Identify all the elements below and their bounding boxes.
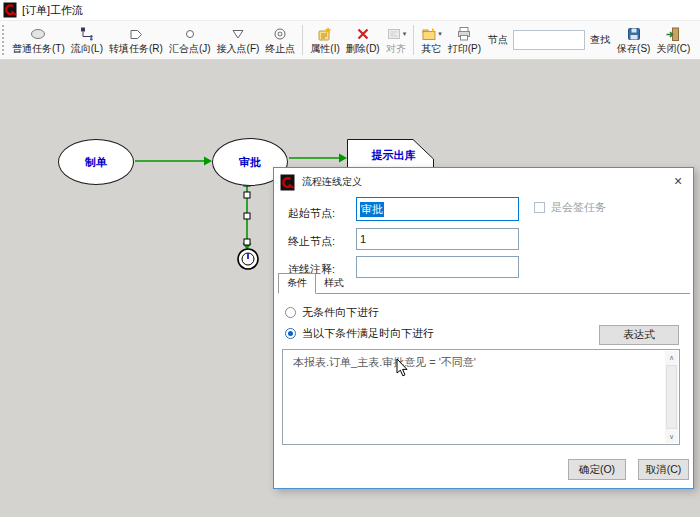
toolbar-button-label: 打印(P) bbox=[448, 43, 481, 54]
chevron-down-icon: ▾ bbox=[403, 30, 407, 38]
toolbar-button-label: 对齐 bbox=[386, 43, 406, 54]
radio-label: 当以下条件满足时向下进行 bbox=[302, 326, 434, 341]
tab-condition[interactable]: 条件 bbox=[278, 273, 316, 294]
selected-text: 审批 bbox=[360, 202, 384, 217]
toolbar-button-align: ▾ 对齐 bbox=[384, 25, 409, 55]
tab-style[interactable]: 样式 bbox=[316, 274, 352, 293]
scroll-down-icon[interactable]: ∨ bbox=[665, 430, 678, 443]
printer-icon bbox=[456, 26, 472, 42]
condition-textarea[interactable]: 本报表.订单_主表.审批意见 = '不同意' ∧ ∨ bbox=[282, 349, 680, 445]
toolbar-button-join-point[interactable]: 汇合点(J) bbox=[167, 25, 213, 55]
window-title: [订单]工作流 bbox=[22, 3, 83, 18]
expression-button[interactable]: 表达式 bbox=[599, 325, 679, 345]
radio-unconditional[interactable]: 无条件向下进行 bbox=[285, 305, 379, 320]
ok-button[interactable]: 确定(O) bbox=[568, 459, 626, 480]
window-titlebar: [订单]工作流 bbox=[0, 0, 700, 20]
radio-conditional[interactable]: 当以下条件满足时向下进行 bbox=[285, 326, 434, 341]
toolbar-button-label: 保存(S) bbox=[617, 43, 650, 54]
toolbar-button-label: 其它 bbox=[421, 43, 441, 54]
flow-connector-dialog: 流程连线定义 × 起始节点: 审批 是会签任务 终止节点: 1 连线注释: 条件… bbox=[273, 167, 694, 489]
toolbar-separator bbox=[302, 25, 303, 55]
comment-input[interactable] bbox=[356, 256, 519, 278]
connector-approve-to-outbound[interactable] bbox=[289, 154, 347, 163]
condition-expression: 本报表.订单_主表.审批意见 = '不同意' bbox=[293, 356, 476, 368]
small-circle-icon bbox=[182, 26, 198, 42]
toolbar-button-transfer-task[interactable]: 转填任务(R) bbox=[107, 25, 165, 55]
toolbar-button-label: 接入点(F) bbox=[217, 43, 260, 54]
dialog-title: 流程连线定义 bbox=[302, 175, 662, 189]
toolbar-separator bbox=[413, 25, 414, 55]
delete-x-icon bbox=[355, 26, 371, 42]
end-node-label: 终止节点: bbox=[288, 234, 335, 249]
countersign-checkbox bbox=[534, 202, 545, 213]
exit-door-icon bbox=[665, 26, 681, 42]
end-node-input[interactable]: 1 bbox=[356, 228, 519, 250]
toolbar-button-other[interactable]: ▾ 其它 bbox=[419, 25, 444, 55]
selection-handle[interactable] bbox=[244, 213, 250, 219]
connector-make-to-approve[interactable] bbox=[135, 157, 212, 166]
target-icon bbox=[272, 26, 288, 42]
mouse-cursor bbox=[396, 358, 410, 378]
cancel-button[interactable]: 取消(C) bbox=[638, 459, 689, 480]
node-make-order[interactable]: 制单 bbox=[58, 139, 134, 185]
node-field-label: 节点 bbox=[485, 33, 511, 47]
toolbar-button-label: 普通任务(T) bbox=[12, 43, 65, 54]
connector-approve-to-end[interactable] bbox=[243, 180, 252, 250]
toolbar-button-delete[interactable]: 删除(D) bbox=[344, 25, 382, 55]
pentagon-task-icon bbox=[128, 26, 144, 42]
scroll-up-icon[interactable]: ∧ bbox=[665, 351, 678, 364]
toolbar-button-end-point[interactable]: 终止点 bbox=[263, 25, 297, 55]
triangle-down-icon bbox=[230, 26, 246, 42]
radio-label: 无条件向下进行 bbox=[302, 305, 379, 320]
countersign-label: 是会签任务 bbox=[551, 200, 606, 215]
toolbar-button-normal-task[interactable]: 普通任务(T) bbox=[10, 25, 67, 55]
toolbar-button-label: 流向(L) bbox=[71, 43, 103, 54]
close-icon[interactable]: × bbox=[669, 173, 687, 191]
toolbar-button-label: 汇合点(J) bbox=[169, 43, 211, 54]
input-value: 1 bbox=[360, 233, 366, 245]
align-icon bbox=[386, 26, 402, 42]
node-label: 审批 bbox=[239, 155, 261, 170]
toolbar-gripper[interactable] bbox=[2, 25, 6, 55]
selection-handle[interactable] bbox=[244, 192, 250, 198]
toolbar-button-close[interactable]: 关闭(C) bbox=[654, 25, 692, 55]
dialog-tabstrip: 条件 样式 bbox=[278, 277, 690, 294]
toolbar-button-label: 删除(D) bbox=[346, 43, 380, 54]
scrollbar-thumb[interactable] bbox=[666, 365, 677, 429]
toolbar-button-label: 关闭(C) bbox=[656, 43, 690, 54]
main-toolbar: 普通任务(T) 流向(L) 转填任务(R) 汇合点(J) 接入点(F) 终止点 … bbox=[0, 20, 700, 60]
app-logo-icon bbox=[3, 2, 17, 18]
node-label: 提示出库 bbox=[347, 148, 434, 163]
toolbar-button-flow-direction[interactable]: 流向(L) bbox=[69, 25, 105, 55]
save-icon bbox=[626, 26, 642, 42]
radio-selected-icon bbox=[285, 328, 296, 339]
selection-handle[interactable] bbox=[244, 239, 250, 245]
find-button[interactable]: 查找 bbox=[587, 33, 613, 47]
toolbar-button-label: 属性(I) bbox=[310, 43, 339, 54]
toolbar-button-print[interactable]: 打印(P) bbox=[446, 25, 483, 55]
toolbar-button-save[interactable]: 保存(S) bbox=[615, 25, 652, 55]
folder-icon bbox=[421, 26, 437, 42]
flow-connector-icon bbox=[79, 26, 95, 42]
terminal-end-node[interactable] bbox=[238, 249, 258, 269]
start-node-label: 起始节点: bbox=[288, 206, 335, 221]
start-node-input[interactable]: 审批 bbox=[356, 197, 519, 221]
app-logo-icon bbox=[280, 174, 295, 191]
node-search-input[interactable] bbox=[513, 30, 585, 50]
properties-icon bbox=[317, 26, 333, 42]
chevron-down-icon: ▾ bbox=[438, 30, 442, 38]
ellipse-icon bbox=[30, 26, 46, 42]
vertical-scrollbar[interactable]: ∧ ∨ bbox=[665, 351, 678, 443]
toolbar-button-properties[interactable]: 属性(I) bbox=[308, 25, 341, 55]
dialog-titlebar[interactable]: 流程连线定义 × bbox=[274, 168, 693, 196]
toolbar-button-label: 转填任务(R) bbox=[109, 43, 163, 54]
node-label: 制单 bbox=[85, 155, 107, 170]
radio-icon bbox=[285, 307, 296, 318]
toolbar-button-label: 终止点 bbox=[265, 43, 295, 54]
toolbar-button-entry-point[interactable]: 接入点(F) bbox=[215, 25, 262, 55]
